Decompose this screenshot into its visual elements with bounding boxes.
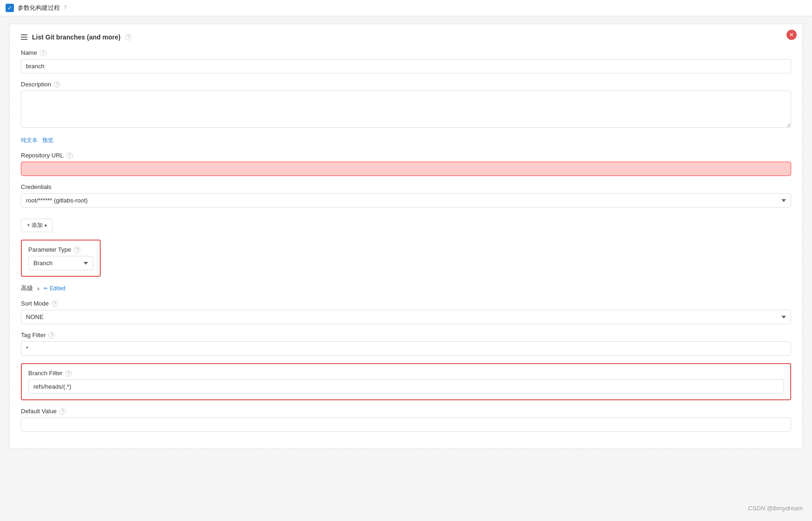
- main-content: ✕ List Git branches (and more) ? Name ? …: [0, 16, 812, 456]
- advanced-content: Sort Mode ? NONE ASCENDING DESCENDING AS…: [21, 300, 791, 432]
- card-title-help-icon[interactable]: ?: [125, 34, 132, 40]
- parameter-type-select[interactable]: Branch Tag Branch or Tag Revision: [28, 256, 93, 270]
- name-field-group: Name ?: [21, 49, 791, 73]
- description-input[interactable]: [21, 91, 791, 128]
- description-help-icon[interactable]: ?: [54, 81, 60, 88]
- default-value-input[interactable]: [21, 417, 791, 432]
- description-field-group: Description ?: [21, 81, 791, 129]
- add-button[interactable]: + 添加 ▾: [21, 219, 53, 232]
- top-bar-title: 参数化构建过程: [18, 4, 60, 12]
- tag-filter-field-group: Tag Filter ?: [21, 332, 791, 356]
- parameter-type-box: Parameter Type ? Branch Tag Branch or Ta…: [21, 240, 101, 277]
- chevron-up-icon[interactable]: ∧: [37, 286, 40, 291]
- branch-filter-input[interactable]: [28, 379, 784, 394]
- credentials-field-group: Credentials root/****** (gitlabs-root): [21, 183, 791, 208]
- parameter-card: ✕ List Git branches (and more) ? Name ? …: [9, 24, 803, 449]
- edited-label: Edited: [50, 285, 65, 292]
- sort-mode-select[interactable]: NONE ASCENDING DESCENDING ASCENDING_SMAR…: [21, 310, 791, 324]
- default-value-field-group: Default Value ?: [21, 408, 791, 432]
- sort-mode-label: Sort Mode ?: [21, 300, 791, 307]
- name-help-icon[interactable]: ?: [40, 50, 46, 56]
- card-title: List Git branches (and more): [32, 33, 121, 41]
- repo-url-label: Repository URL ?: [21, 152, 791, 159]
- parameter-type-help-icon[interactable]: ?: [74, 247, 80, 253]
- top-bar: ✓ 参数化构建过程 ?: [0, 0, 812, 16]
- repo-url-field-group: Repository URL ?: [21, 152, 791, 176]
- branch-filter-box: Branch Filter ?: [21, 363, 791, 400]
- repo-url-help-icon[interactable]: ?: [66, 152, 73, 159]
- tag-filter-help-icon[interactable]: ?: [48, 332, 55, 339]
- edit-icon: ✏: [44, 286, 48, 292]
- advanced-section: 高级 ∧ ✏ Edited: [21, 284, 791, 293]
- name-label: Name ?: [21, 49, 791, 56]
- credentials-select[interactable]: root/****** (gitlabs-root): [21, 193, 791, 208]
- credentials-label: Credentials: [21, 183, 791, 190]
- plain-text-link[interactable]: 纯文本: [21, 137, 38, 144]
- tag-filter-input[interactable]: [21, 341, 791, 356]
- repo-url-input[interactable]: [21, 162, 791, 176]
- text-links: 纯文本 预览: [21, 137, 791, 144]
- branch-filter-help-icon[interactable]: ?: [65, 370, 72, 377]
- tag-filter-label: Tag Filter ?: [21, 332, 791, 339]
- description-label: Description ?: [21, 81, 791, 88]
- sort-mode-field-group: Sort Mode ? NONE ASCENDING DESCENDING AS…: [21, 300, 791, 324]
- default-value-help-icon[interactable]: ?: [59, 408, 66, 415]
- checkbox-icon[interactable]: ✓: [6, 4, 14, 12]
- card-header: List Git branches (and more) ?: [21, 33, 791, 41]
- advanced-label[interactable]: 高级: [21, 284, 33, 293]
- name-input[interactable]: [21, 59, 791, 73]
- parameter-type-label: Parameter Type ?: [28, 246, 93, 253]
- sort-mode-help-icon[interactable]: ?: [52, 300, 58, 307]
- hamburger-icon[interactable]: [21, 34, 27, 40]
- add-button-arrow-icon: ▾: [45, 223, 47, 228]
- edited-badge[interactable]: ✏ Edited: [44, 285, 65, 292]
- branch-filter-label: Branch Filter ?: [28, 370, 784, 377]
- top-bar-help-icon[interactable]: ?: [64, 5, 67, 11]
- add-button-label: + 添加: [27, 221, 43, 229]
- close-button[interactable]: ✕: [786, 30, 797, 40]
- preview-link[interactable]: 预览: [42, 137, 53, 144]
- default-value-label: Default Value ?: [21, 408, 791, 415]
